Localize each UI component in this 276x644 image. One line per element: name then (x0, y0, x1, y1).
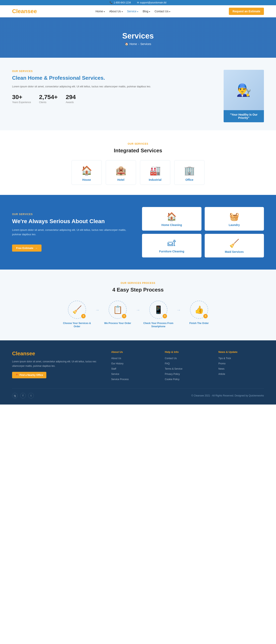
free-estimate-button[interactable]: Free Estimate → (12, 244, 41, 252)
footer-link-faq[interactable]: FAQ (165, 362, 210, 365)
office-icon: 🏢 (184, 165, 195, 176)
serious-left: OUR SERVICES We're Always Serious About … (12, 213, 134, 252)
clean-section-right: 👨‍🔧 "Your Healthy Is Our Priority" (224, 70, 264, 122)
clean-section-left: OUR SERVICES Clean Home & Professional S… (12, 70, 216, 104)
process-section: OUR SERVICES PROCESS 4 Easy Step Process… (0, 270, 276, 340)
step-arrow-2: → (136, 308, 140, 313)
location-icon: 📍 (15, 374, 18, 376)
house-icon: 🏠 (81, 165, 92, 176)
step-4: 👍 ✦ Finish The Order (183, 300, 215, 325)
estimate-button[interactable]: Request an Estimate (229, 8, 264, 15)
step-2-badge: ✦ (122, 314, 126, 318)
footer-link-tips[interactable]: Tips & Trick (218, 356, 264, 360)
footer-link-process[interactable]: Service Process (111, 377, 157, 381)
step-1-badge: ✦ (81, 314, 86, 318)
industrial-icon: 🏭 (150, 165, 161, 176)
footer-help-links: Contact Us FAQ Terms & Service Privacy P… (165, 356, 210, 381)
breadcrumb-home[interactable]: Home (130, 42, 137, 46)
step-4-icon-wrap: 👍 ✦ (190, 300, 208, 319)
service-card-maid[interactable]: 🧹 Maid Services (205, 234, 264, 258)
top-bar-email: ✉ support@yourdomain.tld (137, 1, 166, 4)
footer-link-cookie[interactable]: Cookie Policy (165, 377, 210, 381)
footer-link-terms[interactable]: Terms & Service (165, 367, 210, 370)
hero-title: Services (122, 32, 154, 40)
footer-link-history[interactable]: Our History (111, 362, 157, 365)
serious-desc: Lorem ipsum dolor sit amet, consectetur … (12, 228, 134, 237)
footer: Cleansee Lorem ipsum dolor sit amet, con… (0, 340, 276, 404)
step-4-icon: 👍 (194, 305, 204, 314)
footer-link-promo[interactable]: Promo (218, 362, 264, 365)
service-card-home-cleaning[interactable]: 🏠 Home Cleaning (142, 207, 201, 230)
integrated-services-section: OUR SERVICES Integrated Services 🏠 House… (0, 130, 276, 195)
find-office-button[interactable]: 📍 Find a Nearby Office (12, 372, 46, 378)
nav-item-contact[interactable]: Contact Us ▾ (154, 10, 170, 13)
maid-icon: 🧹 (229, 239, 239, 248)
footer-brand-col: Cleansee Lorem ipsum dolor sit amet, con… (12, 350, 103, 382)
laundry-label: Laundry (229, 223, 240, 226)
navbar: Cleansee Home ▾ About Us ▾ Service ▾ Blo… (0, 5, 276, 17)
office-label: Office (185, 178, 193, 182)
footer-link-service[interactable]: Service (111, 372, 157, 376)
step-4-badge: ✦ (203, 314, 208, 318)
footer-logo: Cleansee (12, 350, 103, 357)
footer-link-staff[interactable]: Staff (111, 367, 157, 370)
stat-awards-label: Awards (66, 101, 76, 104)
arrow-icon: → (35, 246, 37, 250)
cleaner-image: 👨‍🔧 (224, 70, 264, 110)
stat-experience-label: Years Experience (12, 101, 31, 104)
footer-link-privacy[interactable]: Privacy Policy (165, 372, 210, 376)
nav-item-blog[interactable]: Blog ▾ (143, 10, 150, 13)
service-card-laundry[interactable]: 🧺 Laundry (205, 207, 264, 230)
stat-experience: 30+ Years Experience (12, 94, 31, 104)
footer-news-links: Tips & Trick Promo News Article (218, 356, 264, 376)
footer-link-aboutus[interactable]: About Us (111, 356, 157, 360)
service-card-furniture[interactable]: 🛋 Furniture Cleaning (142, 234, 201, 258)
service-card-hotel[interactable]: 🏨 Hotel (106, 160, 136, 185)
industrial-label: Industrial (149, 178, 161, 182)
laundry-icon: 🧺 (229, 212, 239, 221)
service-card-office[interactable]: 🏢 Office (174, 160, 204, 185)
serious-title: We're Always Serious About Clean (12, 218, 134, 225)
serious-right: 🏠 Home Cleaning 🧺 Laundry 🛋 Furniture Cl… (142, 207, 264, 258)
footer-col-news: News & Update Tips & Trick Promo News Ar… (218, 350, 264, 382)
breadcrumb-sep: › (138, 42, 139, 46)
footer-desc: Lorem ipsum dolor sit amet, consectetur … (12, 360, 103, 368)
footer-about-links: About Us Our History Staff Service Servi… (111, 356, 157, 381)
home-cleaning-icon: 🏠 (167, 212, 177, 221)
cleaner-image-card: 👨‍🔧 "Your Healthy Is Our Priority" (224, 70, 264, 122)
footer-link-news[interactable]: News (218, 367, 264, 370)
footer-link-article[interactable]: Article (218, 372, 264, 376)
integrated-title: Integrated Services (12, 147, 264, 154)
step-3-icon: 📱 (154, 305, 163, 314)
footer-news-heading: News & Update (218, 350, 264, 354)
footer-col-about: About Us About Us Our History Staff Serv… (111, 350, 157, 382)
step-3-badge: ✦ (162, 314, 167, 318)
step-1-icon-wrap: 🧹 ✦ (68, 300, 86, 319)
maid-label: Maid Services (225, 250, 244, 254)
serious-label: OUR SERVICES (12, 213, 134, 216)
stat-clients: 2,754+ Clients (39, 94, 58, 104)
service-card-house[interactable]: 🏠 House (72, 160, 102, 185)
twitter-icon[interactable]: t (28, 393, 34, 398)
instagram-icon[interactable]: ig (12, 393, 18, 398)
house-label: House (82, 178, 91, 182)
nav-item-service[interactable]: Service ▾ (127, 10, 138, 13)
services-grid: 🏠 House 🏨 Hotel 🏭 Industrial 🏢 Office (12, 160, 264, 185)
footer-link-contact[interactable]: Contact Us (165, 356, 210, 360)
service-card-industrial[interactable]: 🏭 Industrial (140, 160, 170, 185)
nav-item-about[interactable]: About Us ▾ (109, 10, 123, 13)
breadcrumb-home-icon: 🏠 (125, 42, 128, 46)
integrated-label: OUR SERVICES (12, 142, 264, 145)
footer-col-help: Help & Info Contact Us FAQ Terms & Servi… (165, 350, 210, 382)
step-3-label: Check Your Process From Smartphone (142, 322, 174, 328)
facebook-icon[interactable]: f (20, 393, 26, 398)
top-bar-phone: 📞 1-800-843-1234 (110, 1, 131, 4)
nav-item-home[interactable]: Home ▾ (96, 10, 105, 13)
step-2-label: We Process Your Order (104, 322, 131, 325)
social-icons: ig f t (12, 393, 34, 398)
img-caption: "Your Healthy Is Our Priority" (224, 110, 264, 122)
step-2: 📋 ✦ We Process Your Order (102, 300, 134, 325)
nav-links: Home ▾ About Us ▾ Service ▾ Blog ▾ Conta… (96, 10, 170, 13)
hero-section: Services 🏠 Home › Services (0, 17, 276, 58)
step-1: 🧹 ✦ Choose Your Services & Order (61, 300, 93, 328)
